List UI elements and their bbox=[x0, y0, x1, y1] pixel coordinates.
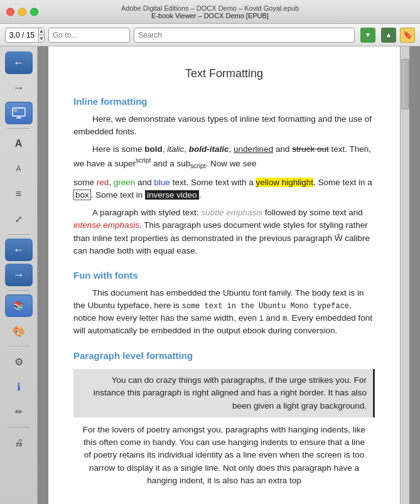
inline-formatting-heading: Inline formatting bbox=[73, 95, 375, 109]
hanging-indent-para: For the lovers of poetry amongst you, pa… bbox=[73, 424, 375, 487]
mono-text-1: some text in the Ubuntu Mono typeface bbox=[182, 302, 349, 311]
monitor-button[interactable] bbox=[5, 102, 33, 124]
font-small-button[interactable]: A bbox=[5, 158, 33, 180]
page-stepper[interactable]: 3,0 / 15 ▲ ▼ bbox=[5, 28, 45, 43]
forward-button[interactable]: → bbox=[5, 77, 33, 99]
maximize-button[interactable] bbox=[30, 8, 38, 16]
inline-para-1: Here, we demonstrate various types of in… bbox=[73, 113, 375, 139]
bookmarks-button[interactable]: 📚 bbox=[5, 294, 33, 317]
stepper-arrows: ▲ ▼ bbox=[38, 28, 44, 43]
traffic-lights bbox=[6, 8, 38, 16]
expand-button[interactable]: ⤢ bbox=[5, 208, 33, 230]
font-large-button[interactable]: A bbox=[5, 132, 33, 155]
right-aligned-box: You can do crazy things with paragraphs,… bbox=[73, 369, 375, 417]
page-down-arrow[interactable]: ▼ bbox=[39, 35, 44, 43]
italic-text: italic bbox=[167, 144, 184, 154]
sidebar-divider-4 bbox=[8, 346, 30, 346]
inline-para-4: A paragraph with styled text: subtle emp… bbox=[73, 206, 375, 257]
next-page-button[interactable]: → bbox=[5, 264, 33, 286]
fun-with-fonts-heading: Fun with fonts bbox=[73, 269, 375, 283]
sidebar-divider-2 bbox=[8, 234, 30, 235]
search-input[interactable] bbox=[134, 28, 355, 43]
svg-rect-3 bbox=[14, 109, 17, 112]
scrollbar-track[interactable] bbox=[400, 46, 409, 504]
page-title: Text Formatting bbox=[73, 65, 375, 82]
minimize-button[interactable] bbox=[18, 8, 26, 16]
bookmark-button[interactable]: 🔖 bbox=[400, 28, 415, 43]
goto-input[interactable] bbox=[48, 28, 130, 43]
mono-text-3: m bbox=[283, 314, 287, 323]
preferences-button[interactable]: ⚙ bbox=[5, 350, 33, 373]
edit-button[interactable]: ✏ bbox=[5, 400, 33, 423]
bold-italic-text: bold-italic bbox=[189, 144, 229, 154]
toolbar: 3,0 / 15 ▲ ▼ ▼ ▲ 🔖 bbox=[0, 24, 420, 46]
bold-text: bold bbox=[144, 144, 163, 154]
list-button[interactable]: ≡ bbox=[5, 183, 33, 205]
fonts-para: This document has embedded the Ubuntu fo… bbox=[73, 287, 375, 338]
subtle-text: subtle emphasis bbox=[201, 208, 262, 217]
red-text: red bbox=[97, 178, 109, 187]
green-text: green bbox=[114, 178, 136, 187]
blue-text: blue bbox=[154, 178, 170, 187]
underlined-text: underlined bbox=[234, 144, 273, 154]
monitor-icon bbox=[12, 107, 26, 119]
mono-text-2: i bbox=[259, 314, 264, 323]
sidebar-divider-1 bbox=[8, 128, 30, 129]
book-page: Text Formatting Inline formatting Here, … bbox=[48, 46, 400, 504]
search-prev-button[interactable]: ▲ bbox=[381, 28, 396, 43]
page-up-arrow[interactable]: ▲ bbox=[39, 28, 44, 36]
paragraph-level-heading: Paragraph level formatting bbox=[73, 349, 375, 363]
palette-button[interactable]: 🎨 bbox=[5, 319, 33, 342]
sidebar: ← → A A ≡ ⤢ ← → 📚 🎨 ⚙ ℹ ✏ 🖨 bbox=[0, 46, 38, 504]
inline-para-2: Here is some bold, italic, bold-italic, … bbox=[73, 143, 375, 171]
window-title-bottom: E-book Viewer – DOCX Demo [EPUB] bbox=[151, 12, 269, 19]
intense-text: intense emphasis bbox=[73, 220, 139, 230]
svg-rect-0 bbox=[13, 108, 25, 116]
content-area: Text Formatting Inline formatting Here, … bbox=[38, 46, 420, 504]
title-bar: Adobe Digital Editions – DOCX Demo – Kov… bbox=[0, 0, 420, 24]
search-next-button[interactable]: ▼ bbox=[360, 28, 375, 43]
strikethrough-text: struck out bbox=[292, 144, 329, 154]
info-button[interactable]: ℹ bbox=[5, 375, 33, 398]
inverse-text: inverse video bbox=[145, 190, 199, 200]
main-layout: ← → A A ≡ ⤢ ← → 📚 🎨 ⚙ ℹ ✏ 🖨 Text Forma bbox=[0, 46, 420, 504]
window-title-top: Adobe Digital Editions – DOCX Demo – Kov… bbox=[121, 4, 299, 12]
back-button[interactable]: ← bbox=[5, 51, 33, 74]
superscript-text: script bbox=[136, 157, 151, 164]
sidebar-divider-5 bbox=[8, 427, 30, 427]
highlight-text: yellow highlight bbox=[256, 178, 313, 187]
subscript-text: script bbox=[190, 163, 205, 169]
close-button[interactable] bbox=[6, 8, 14, 16]
prev-page-button[interactable]: ← bbox=[5, 239, 33, 261]
page-value: 3,0 / 15 bbox=[6, 31, 38, 40]
boxed-text: box bbox=[73, 190, 91, 200]
print-button[interactable]: 🖨 bbox=[5, 431, 33, 454]
inline-para-3: some red, green and blue text. Some text… bbox=[73, 176, 375, 202]
sidebar-divider-3 bbox=[8, 290, 30, 291]
scrollbar-thumb[interactable] bbox=[401, 59, 409, 109]
